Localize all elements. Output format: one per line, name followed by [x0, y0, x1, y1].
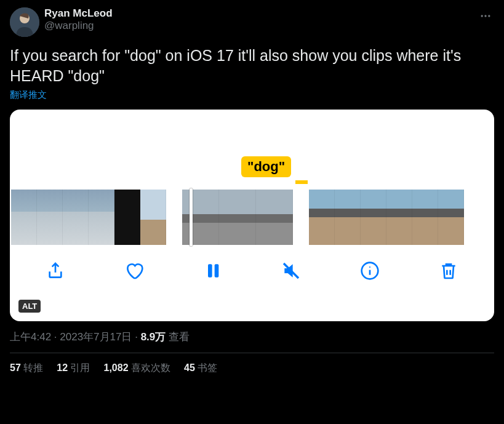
clip-group-1[interactable]	[11, 190, 166, 245]
pause-icon[interactable]	[202, 260, 224, 282]
video-frame	[438, 190, 464, 245]
video-frame	[335, 190, 361, 245]
translate-link[interactable]: 翻译推文	[10, 89, 494, 101]
video-frame	[412, 190, 438, 245]
handle[interactable]: @warpling	[44, 20, 472, 32]
tooltip-area: "dog"	[10, 110, 494, 190]
video-frame	[309, 190, 335, 245]
search-tooltip: "dog"	[241, 156, 291, 177]
date[interactable]: 2023年7月17日	[60, 331, 132, 343]
svg-rect-5	[208, 264, 212, 277]
tweet-text: If you search for "dog" on iOS 17 it'll …	[10, 46, 494, 86]
time[interactable]: 上午4:42	[10, 331, 51, 343]
tweet: Ryan McLeod @warpling If you search for …	[0, 0, 504, 382]
video-frame	[386, 190, 412, 245]
quotes-stat[interactable]: 12 引用	[57, 362, 90, 375]
playhead[interactable]	[190, 188, 193, 246]
timestamp-row: 上午4:42 · 2023年7月17日 · 8.9万 查看	[10, 330, 494, 344]
alt-badge[interactable]: ALT	[18, 300, 41, 313]
video-frame	[219, 190, 256, 245]
bookmarks-stat[interactable]: 45 书签	[184, 362, 217, 375]
divider	[10, 353, 494, 353]
video-frame	[89, 190, 114, 245]
video-frame	[140, 190, 166, 245]
info-icon[interactable]	[359, 260, 381, 282]
svg-point-10	[369, 266, 370, 268]
trash-icon[interactable]	[438, 260, 460, 282]
share-icon[interactable]	[44, 260, 66, 282]
video-frame	[63, 190, 89, 245]
svg-point-2	[481, 15, 483, 17]
avatar[interactable]	[10, 7, 39, 37]
likes-stat[interactable]: 1,082 喜欢次数	[104, 362, 171, 375]
stats-row: 57 转推 12 引用 1,082 喜欢次数 45 书签	[10, 362, 494, 375]
author-names: Ryan McLeod @warpling	[44, 7, 472, 32]
clip-group-2[interactable]	[182, 190, 293, 245]
svg-point-3	[484, 15, 486, 17]
video-frame	[361, 190, 386, 245]
video-frame	[37, 190, 63, 245]
more-icon[interactable]	[477, 7, 494, 28]
media-card[interactable]: "dog"	[10, 110, 494, 321]
tweet-header: Ryan McLeod @warpling	[10, 7, 494, 37]
views-label: 查看	[166, 331, 190, 343]
clip-group-3[interactable]	[309, 190, 464, 245]
retweets-stat[interactable]: 57 转推	[10, 362, 43, 375]
views-count: 8.9万	[141, 331, 166, 343]
svg-point-4	[488, 15, 490, 17]
video-frame	[256, 190, 293, 245]
mute-icon[interactable]	[280, 260, 302, 282]
video-frame	[11, 190, 37, 245]
video-timeline[interactable]	[10, 190, 494, 245]
heart-icon[interactable]	[123, 260, 145, 282]
display-name[interactable]: Ryan McLeod	[44, 7, 472, 20]
tooltip-pointer	[295, 180, 308, 184]
video-frame	[114, 190, 140, 245]
svg-rect-6	[214, 264, 218, 277]
media-toolbar	[10, 245, 494, 293]
video-frame	[182, 190, 219, 245]
